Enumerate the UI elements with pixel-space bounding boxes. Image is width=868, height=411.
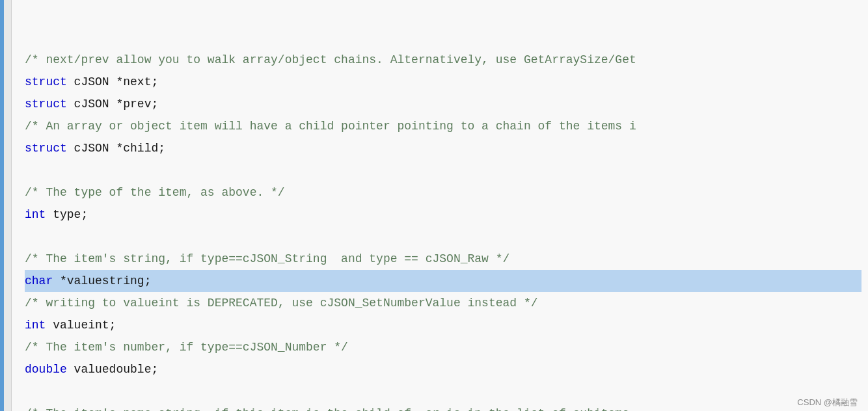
code-line: /* The item's number, if type==cJSON_Num… [25, 336, 861, 358]
keyword: struct [25, 98, 67, 111]
left-bar-accent [0, 0, 4, 411]
comment-text: /* The item's number, if type==cJSON_Num… [25, 341, 348, 354]
comment-text: /* An array or object item will have a c… [25, 120, 636, 133]
identifier: type; [46, 208, 88, 221]
code-line: /* An array or object item will have a c… [25, 115, 861, 137]
code-line: struct cJSON *next; [25, 71, 861, 93]
code-line: /* writing to valueint is DEPRECATED, us… [25, 292, 861, 314]
left-bar [0, 0, 12, 411]
empty-line [25, 380, 861, 403]
keyword: struct [25, 75, 67, 88]
footer-watermark: CSDN @橘融雪 [797, 397, 858, 408]
code-line: struct cJSON *prev; [25, 93, 861, 115]
keyword: struct [25, 142, 67, 155]
code-line: /* next/prev allow you to walk array/obj… [25, 49, 861, 71]
comment-text: /* writing to valueint is DEPRECATED, us… [25, 297, 538, 310]
identifier: cJSON *next; [67, 75, 158, 88]
code-line: int type; [25, 204, 861, 226]
code-viewer: /* next/prev allow you to walk array/obj… [0, 0, 868, 411]
comment-text: /* The type of the item, as above. */ [25, 186, 285, 199]
code-line: /* The item's name string, if this item … [25, 403, 861, 411]
identifier: cJSON *prev; [67, 98, 158, 111]
keyword: int [25, 208, 46, 221]
code-line: char *valuestring; [25, 270, 861, 292]
identifier: valuedouble; [67, 363, 158, 376]
code-line: /* The type of the item, as above. */ [25, 181, 861, 204]
empty-line [25, 159, 861, 181]
code-line: double valuedouble; [25, 358, 861, 380]
empty-line [25, 226, 861, 248]
keyword: char [25, 274, 53, 287]
code-content[interactable]: /* next/prev allow you to walk array/obj… [18, 5, 868, 411]
identifier: cJSON *child; [67, 142, 165, 155]
code-line: struct cJSON *child; [25, 137, 861, 159]
keyword: double [25, 363, 67, 376]
keyword: int [25, 319, 46, 332]
identifier: *valuestring; [53, 274, 151, 287]
comment-text: /* next/prev allow you to walk array/obj… [25, 53, 636, 66]
code-line: /* The item's string, if type==cJSON_Str… [25, 248, 861, 270]
identifier: valueint; [46, 319, 116, 332]
code-line: int valueint; [25, 314, 861, 336]
comment-text: /* The item's name string, if this item … [25, 407, 629, 411]
comment-text: /* The item's string, if type==cJSON_Str… [25, 252, 509, 265]
